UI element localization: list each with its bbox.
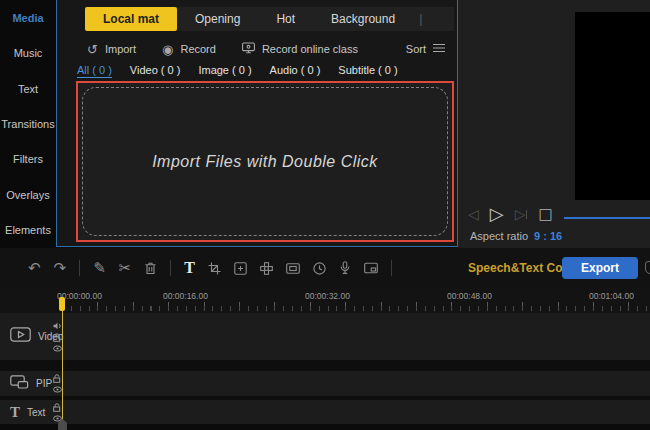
- pip-track-toggles: [53, 371, 62, 396]
- edit-toolbar: ↶ ↷ ✎ ✂ T Speech&Text Converter Export: [0, 248, 650, 288]
- preview-screen: [575, 12, 650, 200]
- edit-pencil-icon[interactable]: ✎: [93, 261, 106, 276]
- media-library-panel: Local mat Opening Hot Background | ↺ Imp…: [56, 0, 458, 247]
- next-frame-button[interactable]: ▷: [515, 207, 528, 221]
- tab-background[interactable]: Background: [313, 7, 413, 31]
- eye-icon[interactable]: [53, 386, 62, 393]
- text-tool-icon[interactable]: T: [184, 260, 195, 276]
- video-track-toggles: [53, 313, 62, 360]
- text-track-icon: T: [10, 404, 20, 421]
- eye-icon[interactable]: [53, 415, 62, 422]
- shield-icon[interactable]: [645, 261, 650, 274]
- aspect-ratio-value: 9 : 16: [534, 230, 562, 242]
- category-sidebar: Media Music Text Transitions Filters Ove…: [0, 0, 56, 248]
- toolbar-divider: [391, 260, 392, 276]
- delete-trash-icon[interactable]: [144, 261, 157, 275]
- lock-icon[interactable]: [53, 403, 62, 412]
- playhead-marker[interactable]: [59, 297, 65, 311]
- pip-track-label: PIP: [10, 371, 52, 396]
- sort-list-icon: [433, 43, 445, 55]
- import-icon: ↺: [87, 43, 98, 56]
- preview-progress-bar[interactable]: [564, 217, 650, 219]
- sidebar-item-media[interactable]: Media: [0, 0, 56, 35]
- mosaic-icon[interactable]: [260, 262, 273, 275]
- sidebar-item-transitions[interactable]: Transitions: [0, 106, 56, 141]
- filter-image[interactable]: Image ( 0 ): [198, 64, 251, 78]
- track-video[interactable]: Video: [0, 313, 650, 360]
- next-frame-bar: [526, 210, 527, 219]
- text-track-label: T Text: [10, 400, 45, 424]
- playback-controls: ◁ ▷ ▷ □: [468, 204, 553, 224]
- dropzone-dashed-border: Import Files with Double Click: [82, 87, 448, 236]
- record-icon: ◉: [162, 43, 173, 56]
- media-tab-bar: Local mat Opening Hot Background |: [85, 7, 454, 31]
- sidebar-item-overlays[interactable]: Overlays: [0, 177, 56, 212]
- stop-button[interactable]: □: [538, 207, 552, 222]
- lock-icon[interactable]: [53, 374, 62, 383]
- tab-divider: |: [419, 12, 422, 26]
- tool-icons: ↶ ↷ ✎ ✂ T: [28, 248, 392, 288]
- import-label: Import: [105, 43, 136, 55]
- timeline-bottom-strip: [0, 424, 650, 430]
- app-window: Media Music Text Transitions Filters Ove…: [0, 0, 650, 430]
- video-track-icon: [10, 327, 31, 346]
- media-filter-row: All ( 0 ) Video ( 0 ) Image ( 0 ) Audio …: [77, 64, 398, 78]
- screen-record-icon[interactable]: [286, 263, 300, 274]
- dropzone-hint-text: Import Files with Double Click: [152, 153, 378, 171]
- tab-opening[interactable]: Opening: [177, 7, 258, 31]
- filter-subtitle[interactable]: Subtitle ( 0 ): [338, 64, 397, 78]
- redo-icon[interactable]: ↷: [54, 261, 67, 276]
- track-name: PIP: [36, 378, 52, 389]
- sidebar-item-music[interactable]: Music: [0, 35, 56, 70]
- filter-audio[interactable]: Audio ( 0 ): [270, 64, 321, 78]
- record-online-class-button[interactable]: Record online class: [242, 42, 358, 56]
- aspect-ratio-label: Aspect ratio: [470, 230, 528, 242]
- split-scissors-icon[interactable]: ✂: [119, 261, 132, 276]
- undo-icon[interactable]: ↶: [28, 261, 41, 276]
- microphone-icon[interactable]: [339, 261, 351, 275]
- export-button[interactable]: Export: [562, 257, 638, 279]
- media-action-row: ↺ Import ◉ Record Record online class So…: [87, 41, 449, 57]
- tab-hot[interactable]: Hot: [258, 7, 313, 31]
- eye-icon[interactable]: [53, 345, 62, 352]
- duration-clock-icon[interactable]: [313, 262, 326, 275]
- record-label: Record: [180, 43, 215, 55]
- ruler-minor-ticks: [62, 306, 650, 311]
- track-name: Text: [27, 407, 45, 418]
- ruler-timestamp: 00:01:04.00: [589, 291, 634, 301]
- tab-local-mat[interactable]: Local mat: [85, 7, 177, 31]
- crop-icon[interactable]: [208, 262, 221, 275]
- monitor-icon: [242, 42, 255, 56]
- previous-frame-button[interactable]: ◁: [468, 207, 479, 221]
- timeline-ruler[interactable]: 00:00:00.00 00:00:16.00 00:00:32.00 00:0…: [0, 288, 650, 313]
- playhead-line[interactable]: [62, 299, 63, 420]
- text-track-toggles: [53, 400, 62, 424]
- aspect-ratio[interactable]: Aspect ratio9 : 16: [470, 230, 562, 242]
- ruler-timestamp: 00:00:32.00: [305, 291, 350, 301]
- sort-label: Sort: [406, 43, 426, 55]
- track-pip[interactable]: PIP: [0, 371, 650, 398]
- toolbar-divider: [79, 260, 80, 276]
- import-dropzone[interactable]: Import Files with Double Click: [76, 81, 454, 242]
- zoom-frame-icon[interactable]: [234, 262, 247, 275]
- filter-all[interactable]: All ( 0 ): [77, 64, 112, 78]
- lock-icon[interactable]: [53, 333, 62, 342]
- filter-video[interactable]: Video ( 0 ): [130, 64, 181, 78]
- play-button[interactable]: ▷: [490, 205, 504, 223]
- sidebar-item-elements[interactable]: Elements: [0, 213, 56, 248]
- record-button[interactable]: ◉ Record: [162, 43, 216, 56]
- ruler-timestamp: 00:00:48.00: [447, 291, 492, 301]
- import-button[interactable]: ↺ Import: [87, 43, 136, 56]
- pip-record-icon[interactable]: [364, 262, 378, 274]
- sort-button[interactable]: Sort: [406, 43, 445, 55]
- pip-track-icon: [10, 375, 29, 393]
- sidebar-item-text[interactable]: Text: [0, 71, 56, 106]
- ruler-timestamp: 00:00:16.00: [163, 291, 208, 301]
- mute-volume-icon[interactable]: [53, 322, 62, 330]
- sidebar-item-filters[interactable]: Filters: [0, 142, 56, 177]
- preview-panel: ◁ ▷ ▷ □ Aspect ratio9 : 16: [458, 0, 650, 248]
- track-text[interactable]: T Text: [0, 400, 650, 424]
- next-frame-icon: ▷: [515, 207, 526, 221]
- record-online-class-label: Record online class: [262, 43, 358, 55]
- toolbar-divider: [170, 260, 171, 276]
